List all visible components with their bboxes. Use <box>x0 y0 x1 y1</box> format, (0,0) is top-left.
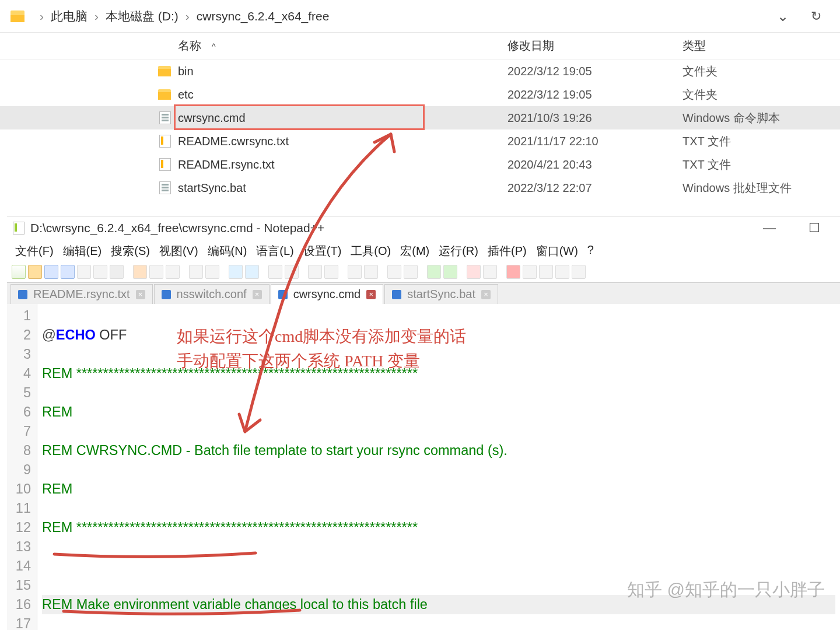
hide-lines-icon[interactable] <box>467 265 481 279</box>
watermark: 知乎 @知乎的一只小胖子 <box>627 578 825 602</box>
save-macro-icon[interactable] <box>572 265 586 279</box>
crumb-pc[interactable]: 此电脑 <box>51 8 88 24</box>
redo-icon[interactable] <box>205 265 219 279</box>
file-name: etc <box>178 88 508 102</box>
cmdfile-icon <box>159 181 171 194</box>
annotation-arrow <box>228 128 420 455</box>
menu-item[interactable]: 编辑(E) <box>61 242 104 260</box>
chevron-right-icon: › <box>186 9 190 23</box>
minimize-button[interactable]: — <box>763 220 776 236</box>
folder-icon <box>158 66 171 76</box>
menu-item[interactable]: ? <box>585 242 596 260</box>
refresh-icon[interactable] <box>811 9 821 24</box>
cmdfile-icon <box>159 111 171 124</box>
file-name: cwrsync.cmd <box>178 111 508 125</box>
menu-item[interactable]: 视图(V) <box>157 242 201 260</box>
txtfile-icon <box>159 158 171 171</box>
file-type: TXT 文件 <box>682 157 840 173</box>
crumb-drive[interactable]: 本地磁盘 (D:) <box>106 8 178 24</box>
app-icon <box>13 222 24 235</box>
file-row[interactable]: bin2022/3/12 19:05文件夹 <box>0 60 840 83</box>
editor-tab[interactable]: README.rsync.txt× <box>10 284 153 304</box>
col-type[interactable]: 类型 <box>682 38 840 54</box>
crumb-folder[interactable]: cwrsync_6.2.4_x64_free <box>197 9 330 23</box>
close-icon[interactable]: × <box>136 290 145 299</box>
col-name[interactable]: 名称 <box>0 38 508 54</box>
toolbar <box>7 262 840 283</box>
chevron-down-icon[interactable] <box>777 8 789 24</box>
annotation-text-2: 手动配置下这两个系统 PATH 变量 <box>177 350 420 372</box>
open-file-icon[interactable] <box>28 265 42 279</box>
play-multi-icon[interactable] <box>555 265 569 279</box>
save-all-icon[interactable] <box>61 265 75 279</box>
print-icon[interactable] <box>110 265 124 279</box>
stop-icon[interactable] <box>523 265 537 279</box>
file-row[interactable]: cwrsync.cmd2021/10/3 19:26Windows 命令脚本 <box>0 106 840 130</box>
paste-icon[interactable] <box>166 265 180 279</box>
menu-item[interactable]: 运行(R) <box>436 242 481 260</box>
record-icon[interactable] <box>506 265 520 279</box>
close-icon[interactable]: × <box>481 290 491 299</box>
col-date[interactable]: 修改日期 <box>508 38 682 54</box>
folder-icon <box>158 89 171 100</box>
save-icon[interactable] <box>44 265 58 279</box>
menu-item[interactable]: 搜索(S) <box>108 242 152 260</box>
file-date: 2022/3/12 19:05 <box>508 88 682 102</box>
file-type: Windows 命令脚本 <box>682 110 840 126</box>
unfold-icon[interactable] <box>443 265 457 279</box>
file-date: 2021/11/17 22:10 <box>508 135 682 148</box>
annotation-underline-2 <box>61 607 306 618</box>
file-row[interactable]: startSync.bat2022/3/12 22:07Windows 批处理文… <box>0 176 840 200</box>
menu-item[interactable]: 窗口(W) <box>534 242 580 260</box>
menubar[interactable]: 文件(F)编辑(E)搜索(S)视图(V)编码(N)语言(L)设置(T)工具(O)… <box>7 240 840 262</box>
file-date: 2020/4/21 20:43 <box>508 158 682 172</box>
cut-icon[interactable] <box>133 265 147 279</box>
file-date: 2022/3/12 22:07 <box>508 181 682 195</box>
chevron-right-icon: › <box>40 9 44 23</box>
titlebar[interactable]: D:\cwrsync_6.2.4_x64_free\cwrsync.cmd - … <box>7 216 840 240</box>
doc-map-icon[interactable] <box>483 265 497 279</box>
file-row[interactable]: etc2022/3/12 19:05文件夹 <box>0 83 840 106</box>
close-all-icon[interactable] <box>93 265 107 279</box>
line-gutter: 1234567891011121314151617 <box>7 304 37 630</box>
tab-label: README.rsync.txt <box>33 288 130 301</box>
file-type: TXT 文件 <box>682 134 840 149</box>
maximize-button[interactable]: ☐ <box>808 220 820 236</box>
file-date: 2022/3/12 19:05 <box>508 65 682 78</box>
menu-item[interactable]: 插件(P) <box>485 242 529 260</box>
file-row[interactable]: README.cwrsync.txt2021/11/17 22:10TXT 文件 <box>0 130 840 153</box>
file-name: bin <box>178 65 508 78</box>
file-row[interactable]: README.rsync.txt2020/4/21 20:43TXT 文件 <box>0 153 840 176</box>
file-type: 文件夹 <box>682 64 840 79</box>
fold-icon[interactable] <box>427 265 441 279</box>
save-icon <box>162 290 171 299</box>
txtfile-icon <box>159 135 171 148</box>
undo-icon[interactable] <box>189 265 203 279</box>
notepadpp-window: D:\cwrsync_6.2.4_x64_free\cwrsync.cmd - … <box>7 216 840 630</box>
copy-icon[interactable] <box>149 265 163 279</box>
file-type: Windows 批处理文件 <box>682 180 840 196</box>
breadcrumb[interactable]: › 此电脑 › 本地磁盘 (D:) › cwrsync_6.2.4_x64_fr… <box>0 0 840 33</box>
file-date: 2021/10/3 19:26 <box>508 111 682 125</box>
file-list: bin2022/3/12 19:05文件夹etc2022/3/12 19:05文… <box>0 60 840 200</box>
play-icon[interactable] <box>539 265 553 279</box>
tab-bar: README.rsync.txt×nsswitch.conf×cwrsync.c… <box>7 283 840 304</box>
new-file-icon[interactable] <box>12 265 26 279</box>
folder-icon <box>10 10 24 22</box>
file-list-header: 名称 修改日期 类型 <box>0 33 840 60</box>
annotation-text-1: 如果运行这个cmd脚本没有添加变量的话 <box>177 326 466 348</box>
close-icon[interactable] <box>77 265 91 279</box>
annotation-underline-1 <box>51 550 261 561</box>
save-icon <box>18 290 27 299</box>
chevron-right-icon: › <box>94 9 99 23</box>
file-type: 文件夹 <box>682 87 840 103</box>
explorer-window: › 此电脑 › 本地磁盘 (D:) › cwrsync_6.2.4_x64_fr… <box>0 0 840 210</box>
menu-item[interactable]: 文件(F) <box>13 242 56 260</box>
